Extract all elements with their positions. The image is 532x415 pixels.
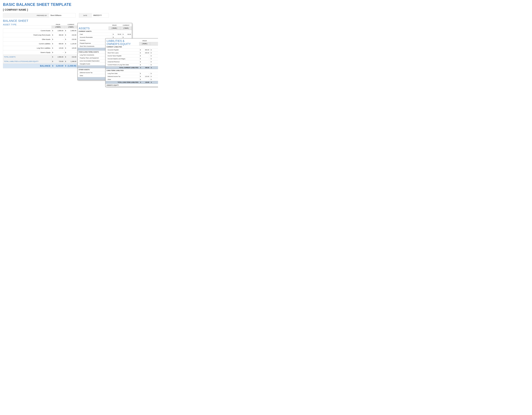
- detail-label: Accounts Receivable: [78, 36, 112, 39]
- total-liab-equity-current: 1,248.00: [66, 59, 77, 64]
- detail-row: Unearned Revenue$-$: [106, 60, 158, 63]
- total-assets-prior: 2,956.00: [54, 55, 65, 59]
- meta-row: PREPARED BY Brent Williams DATE MM/DD/YY: [3, 13, 155, 18]
- detail-row: Accrued Salaries and Wages$-$: [106, 57, 158, 60]
- detail-prior[interactable]: 123.00: [142, 75, 150, 78]
- detail-current[interactable]: [124, 36, 132, 39]
- row-label: Current Liabilities: [3, 42, 52, 46]
- detail-prior[interactable]: -: [142, 63, 150, 66]
- balance-summary-row: Long-Term Liabilities$123.00$123.00: [3, 46, 77, 50]
- row-prior[interactable]: -: [54, 50, 65, 55]
- detail-prior[interactable]: 50.00: [114, 33, 122, 36]
- detail-prior[interactable]: 200.00: [142, 51, 150, 54]
- liab-prior-year[interactable]: [ YEAR ]: [139, 42, 150, 46]
- row-current[interactable]: 2,460.00: [66, 28, 77, 33]
- date-value[interactable]: MM/DD/YY: [92, 13, 109, 18]
- group-total: TOTAL CURRENT LIABILITIES$600.00$: [106, 66, 158, 69]
- liabilities-detail-table: CURRENT LIABILITIESAccounts Payable$400.…: [105, 46, 158, 87]
- detail-label: Income Taxes Payable: [106, 54, 139, 57]
- assets-current-label: CURRENT: [120, 24, 132, 27]
- row-label: Owner's Equity: [3, 50, 52, 55]
- balance-summary-row: Current Assets$2,606.00$2,460.00: [3, 28, 77, 33]
- total-liab-equity-prior: 723.00: [54, 59, 65, 64]
- balance-summary-row: Other Assets$-$210.00: [3, 37, 77, 42]
- total-liab-equity-label: TOTAL LIABILITIES & STOCKHOLDER EQUITY: [3, 59, 52, 64]
- detail-label: Short-Term Loans: [106, 51, 139, 54]
- group-total-prior: 600.00: [142, 66, 150, 69]
- detail-label: Deferred Income Tax: [106, 75, 139, 78]
- row-prior[interactable]: 350.00: [54, 33, 65, 37]
- detail-prior[interactable]: -: [142, 72, 150, 75]
- prepared-by-box: PREPARED BY Brent Williams: [3, 13, 76, 18]
- detail-row: Deferred Income Tax$123.00$: [106, 75, 158, 78]
- detail-label: Accounts Payable: [106, 48, 139, 51]
- balance-summary-row: Fixed (Long-Term) Assets$350.00$210.00: [3, 33, 77, 37]
- row-current[interactable]: 1,125.00: [66, 42, 77, 46]
- col-prior-year[interactable]: [ YEAR ]: [51, 26, 65, 28]
- total-assets-row: TOTAL ASSETS $ 2,956.00 $ 210.00: [3, 55, 77, 59]
- col-current-year[interactable]: [ YEAR ]: [65, 26, 77, 28]
- balance-prior: 2,233.00: [54, 64, 65, 68]
- assets-card-title: ASSETS: [79, 27, 90, 30]
- assets-prior-year[interactable]: [ YEAR ]: [109, 27, 120, 30]
- detail-prior[interactable]: -: [142, 57, 150, 60]
- detail-prior[interactable]: -: [142, 54, 150, 57]
- detail-row: Current Portion of Long-Term Debt$-$: [106, 63, 158, 66]
- balance-label: BALANCE: [3, 64, 52, 68]
- assets-current-year[interactable]: [ YEAR ]: [120, 27, 132, 30]
- prepared-by-value[interactable]: Brent Williams: [49, 13, 76, 18]
- group-total: TOTAL LONG-TERM LIABILITIES$123.00$: [106, 81, 158, 84]
- date-label: DATE: [79, 13, 92, 18]
- detail-row: Long-Term Debt$-$: [106, 72, 158, 75]
- detail-label: Accrued Salaries and Wages: [106, 57, 139, 60]
- balance-summary-table: PRIOR CURRENT [ YEAR ] [ YEAR ] Current …: [3, 23, 77, 68]
- balance-sheet-panel: BALANCE SHEET ASSET TYPE PRIOR CURRENT […: [3, 19, 77, 68]
- row-prior[interactable]: 2,606.00: [54, 28, 65, 33]
- detail-row: Cash$50.00$60.00: [78, 33, 132, 36]
- liabilities-card-title: LIABILITIES & OWNER'S EQUITY: [107, 39, 134, 46]
- date-box: DATE MM/DD/YY: [79, 13, 109, 18]
- group-header: OWNER'S EQUITY: [106, 84, 158, 87]
- detail-prior[interactable]: -: [142, 78, 150, 81]
- detail-label: Cash: [78, 33, 112, 36]
- total-assets-current: 210.00: [66, 55, 77, 59]
- liabilities-card: LIABILITIES & OWNER'S EQUITY PRIOR [ YEA…: [105, 38, 158, 87]
- detail-row: Accounts Receivable$$: [78, 36, 132, 39]
- row-current[interactable]: 210.00: [66, 37, 77, 42]
- total-liab-equity-row: TOTAL LIABILITIES & STOCKHOLDER EQUITY $…: [3, 59, 77, 64]
- col-current-label: CURRENT: [65, 23, 77, 26]
- row-prior[interactable]: 123.00: [54, 46, 65, 50]
- liab-current-label: [150, 40, 158, 42]
- detail-row: Accounts Payable$400.00$: [106, 48, 158, 51]
- total-assets-label: TOTAL ASSETS: [3, 55, 52, 59]
- company-name[interactable]: [ COMPANY NAME ]: [3, 8, 155, 11]
- row-label: Fixed (Long-Term) Assets: [3, 33, 52, 37]
- detail-row: Income Taxes Payable$-$: [106, 54, 158, 57]
- detail-prior[interactable]: 400.00: [142, 48, 150, 51]
- detail-row: Other$-$: [106, 78, 158, 81]
- row-label: Long-Term Liabilities: [3, 46, 52, 50]
- detail-current[interactable]: 60.00: [124, 33, 132, 36]
- balance-sheet-title: BALANCE SHEET: [3, 19, 77, 23]
- balance-current: (1,038.00): [66, 64, 77, 68]
- detail-prior[interactable]: [114, 36, 122, 39]
- row-current[interactable]: 210.00: [66, 33, 77, 37]
- assets-prior-label: PRIOR: [109, 24, 120, 27]
- row-prior[interactable]: -: [54, 37, 65, 42]
- row-current[interactable]: -: [66, 50, 77, 55]
- liab-current-year[interactable]: [150, 42, 158, 46]
- detail-label: Long-Term Debt: [106, 72, 139, 75]
- row-label: Other Assets: [3, 37, 52, 42]
- row-label: Current Assets: [3, 28, 52, 33]
- row-current[interactable]: 123.00: [66, 46, 77, 50]
- detail-label: Current Portion of Long-Term Debt: [106, 63, 139, 66]
- page-title: BASIC BALANCE SHEET TEMPLATE: [3, 2, 155, 7]
- group-header: CURRENT ASSETS: [78, 30, 132, 33]
- row-prior[interactable]: 600.00: [54, 42, 65, 46]
- group-total-prior: 123.00: [142, 81, 150, 84]
- group-header: LONG-TERM LIABILITIES: [106, 69, 158, 72]
- detail-prior[interactable]: -: [142, 60, 150, 63]
- detail-label: Other: [106, 78, 139, 81]
- prepared-by-label: PREPARED BY: [3, 13, 49, 18]
- col-prior-label: PRIOR: [51, 23, 65, 26]
